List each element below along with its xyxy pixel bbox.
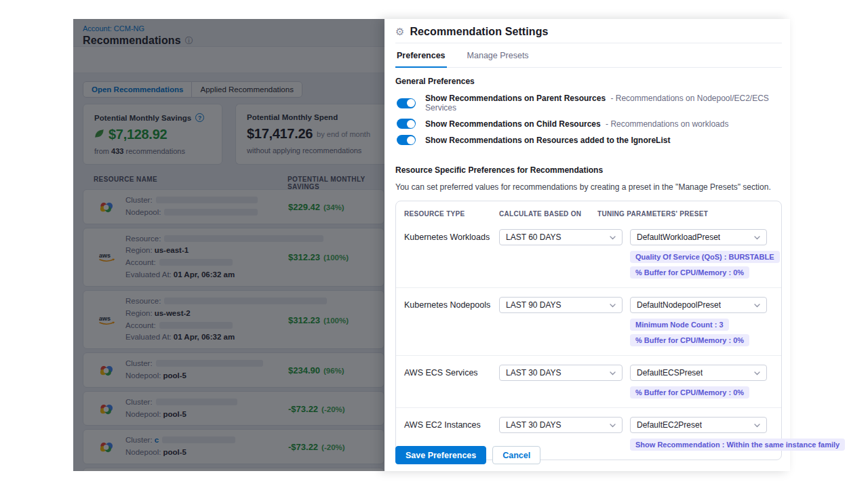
preset-badge-list: Show Recommendation : Within the same in… bbox=[630, 439, 845, 451]
preset-badge: Quality Of Service (QoS) : BURSTABLE bbox=[630, 251, 780, 263]
preset-badge-list: Minimum Node Count : 3% Buffer for CPU/M… bbox=[630, 319, 773, 346]
recommendations-page: Account: CCM-NG Recommendations ⓘ Open R… bbox=[73, 19, 384, 471]
toggle-label: Show Recommendations on Child Resources … bbox=[425, 119, 728, 129]
app: Account: CCM-NG Recommendations ⓘ Open R… bbox=[73, 19, 790, 471]
resource-type-label: Kubernetes Nodepools bbox=[404, 297, 499, 310]
chevron-down-icon bbox=[610, 368, 616, 378]
settings-drawer: ⚙ Recommendation Settings Preferences Ma… bbox=[384, 19, 790, 471]
drawer-title: Recommendation Settings bbox=[410, 26, 548, 38]
calculate-based-on-select[interactable]: LAST 60 DAYS bbox=[499, 229, 623, 245]
tuning-preset-select[interactable]: DefaultNodepoolPreset bbox=[630, 297, 767, 313]
chevron-down-icon bbox=[610, 300, 616, 310]
section-resource-preferences: Resource Specific Preferences for Recomm… bbox=[395, 165, 782, 175]
chevron-down-icon bbox=[754, 232, 760, 242]
preset-badge: Minimum Node Count : 3 bbox=[630, 319, 729, 331]
chevron-down-icon bbox=[754, 300, 760, 310]
tuning-preset-select[interactable]: DefaultWorkloadPreset bbox=[630, 229, 767, 245]
resource-type-label: AWS EC2 Instances bbox=[404, 417, 499, 430]
section-general-preferences: General Preferences bbox=[395, 77, 782, 86]
preferences-table: RESOURCE TYPE CALCULATE BASED ON TUNING … bbox=[395, 201, 782, 460]
preset-badge-list: % Buffer for CPU/Memory : 0% bbox=[630, 386, 773, 399]
calculate-based-on-select[interactable]: LAST 30 DAYS bbox=[499, 417, 623, 433]
column-tuning-preset: TUNING PARAMETERS' PRESET bbox=[597, 210, 773, 218]
cancel-button[interactable]: Cancel bbox=[492, 446, 540, 464]
preset-badge-list: Quality Of Service (QoS) : BURSTABLE% Bu… bbox=[630, 251, 780, 279]
preference-row: Kubernetes Nodepools LAST 90 DAYS Defaul… bbox=[396, 287, 781, 355]
tab-manage-presets[interactable]: Manage Presets bbox=[466, 47, 530, 67]
resource-type-label: AWS ECS Services bbox=[404, 365, 499, 378]
toggle-row: Show Recommendations on Child Resources … bbox=[397, 119, 782, 129]
toggle-switch[interactable] bbox=[397, 135, 416, 145]
toggle-label: Show Recommendations on Parent Resources… bbox=[425, 94, 782, 113]
chevron-down-icon bbox=[754, 420, 760, 430]
column-resource-type: RESOURCE TYPE bbox=[404, 210, 499, 218]
toggle-switch[interactable] bbox=[397, 119, 416, 129]
chevron-down-icon bbox=[754, 368, 760, 378]
preset-badge: % Buffer for CPU/Memory : 0% bbox=[630, 386, 749, 399]
toggle-switch[interactable] bbox=[397, 98, 416, 108]
preference-row: Kubernetes Workloads LAST 60 DAYS Defaul… bbox=[396, 220, 781, 287]
preferences-rows: Kubernetes Workloads LAST 60 DAYS Defaul… bbox=[396, 220, 781, 460]
dim-overlay bbox=[73, 19, 384, 471]
preference-row: AWS ECS Services LAST 30 DAYS DefaultECS… bbox=[396, 355, 781, 407]
toggle-row: Show Recommendations on Resources added … bbox=[397, 135, 782, 145]
tuning-preset-select[interactable]: DefaultEC2Preset bbox=[630, 417, 767, 433]
tab-preferences[interactable]: Preferences bbox=[395, 47, 447, 68]
calculate-based-on-select[interactable]: LAST 90 DAYS bbox=[499, 297, 623, 313]
drawer-tabs: Preferences Manage Presets bbox=[395, 43, 782, 68]
chevron-down-icon bbox=[610, 232, 616, 242]
resource-type-label: Kubernetes Workloads bbox=[404, 229, 499, 242]
toggle-label: Show Recommendations on Resources added … bbox=[425, 136, 673, 145]
preferences-table-header: RESOURCE TYPE CALCULATE BASED ON TUNING … bbox=[396, 201, 781, 220]
save-preferences-button[interactable]: Save Preferences bbox=[395, 446, 486, 464]
gear-icon: ⚙ bbox=[395, 26, 404, 37]
general-toggle-list: Show Recommendations on Parent Resources… bbox=[395, 94, 782, 145]
calculate-based-on-select[interactable]: LAST 30 DAYS bbox=[499, 365, 623, 381]
preset-badge: % Buffer for CPU/Memory : 0% bbox=[630, 266, 749, 279]
preset-badge: Show Recommendation : Within the same in… bbox=[630, 439, 845, 451]
toggle-row: Show Recommendations on Parent Resources… bbox=[397, 94, 782, 113]
preset-description: You can set preferred values for recomme… bbox=[395, 182, 782, 192]
preset-badge: % Buffer for CPU/Memory : 0% bbox=[630, 334, 749, 346]
tuning-preset-select[interactable]: DefaultECSPreset bbox=[630, 365, 767, 381]
chevron-down-icon bbox=[610, 420, 616, 430]
